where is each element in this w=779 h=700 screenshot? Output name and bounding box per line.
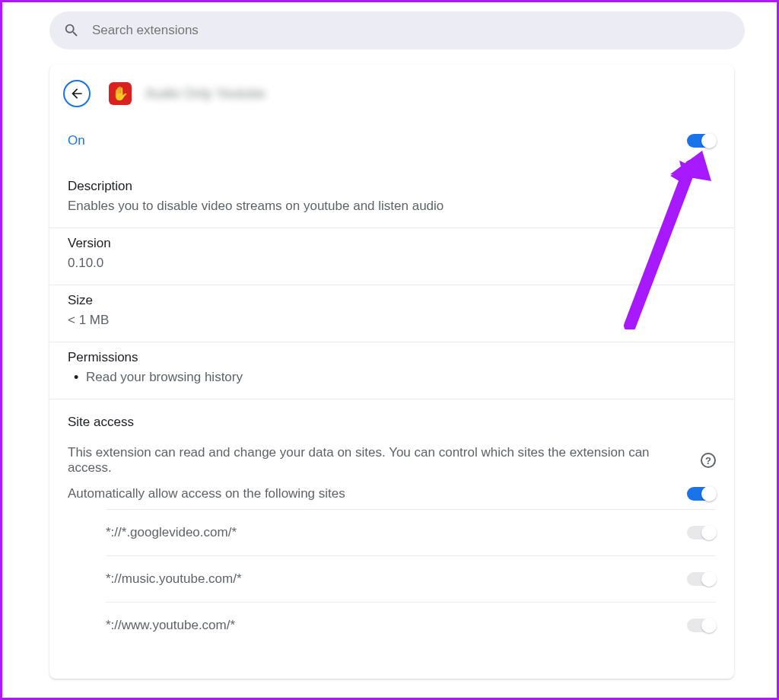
auto-allow-toggle[interactable] bbox=[687, 487, 716, 501]
permission-item: Read your browsing history bbox=[68, 370, 716, 385]
site-row: *://www.youtube.com/* bbox=[106, 602, 716, 648]
size-label: Size bbox=[68, 293, 716, 308]
site-access-title: Site access bbox=[68, 415, 716, 430]
description-label: Description bbox=[68, 179, 716, 194]
site-url: *://music.youtube.com/* bbox=[106, 571, 242, 587]
version-value: 0.10.0 bbox=[68, 256, 716, 271]
auto-allow-label: Automatically allow access on the follow… bbox=[68, 486, 345, 501]
help-icon[interactable]: ? bbox=[701, 453, 716, 468]
site-row: *://music.youtube.com/* bbox=[106, 555, 716, 602]
search-input[interactable] bbox=[92, 23, 731, 38]
size-value: < 1 MB bbox=[68, 313, 716, 328]
extension-detail-card: ✋ Audio Only Youtube On Description Enab… bbox=[49, 65, 734, 679]
description-value: Enables you to disable video streams on … bbox=[68, 199, 716, 214]
extension-icon: ✋ bbox=[109, 82, 132, 105]
permissions-label: Permissions bbox=[68, 350, 716, 365]
arrow-left-icon bbox=[69, 86, 84, 101]
search-bar[interactable] bbox=[49, 11, 745, 49]
site-toggle[interactable] bbox=[687, 619, 716, 632]
on-label: On bbox=[68, 133, 85, 148]
search-icon bbox=[63, 22, 80, 39]
site-url: *://www.youtube.com/* bbox=[106, 618, 235, 633]
enable-toggle[interactable] bbox=[687, 134, 716, 148]
site-access-description: This extension can read and change your … bbox=[68, 445, 696, 476]
extension-name: Audio Only Youtube bbox=[145, 86, 265, 102]
site-url: *://*.googlevideo.com/* bbox=[106, 525, 237, 540]
site-row: *://*.googlevideo.com/* bbox=[106, 509, 716, 555]
site-toggle[interactable] bbox=[687, 572, 716, 586]
back-button[interactable] bbox=[63, 80, 91, 107]
site-toggle[interactable] bbox=[687, 526, 716, 539]
version-label: Version bbox=[68, 236, 716, 251]
